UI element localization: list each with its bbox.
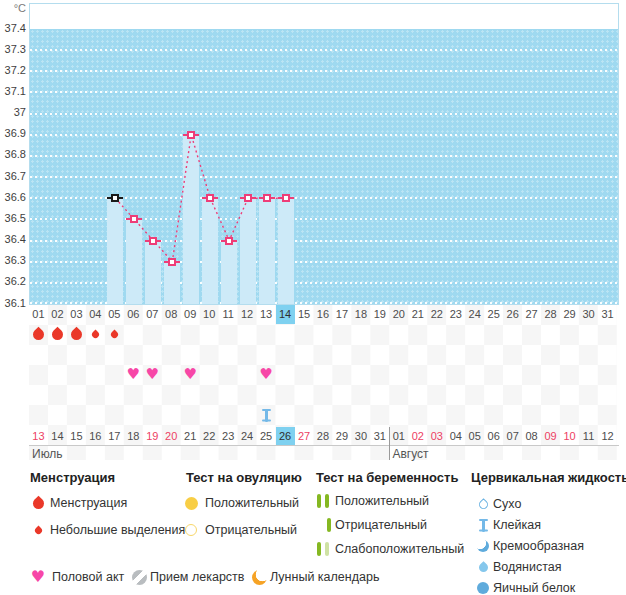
y-axis-tick-label: 36.2 [0,275,26,288]
calendar-date-cell[interactable]: 25 [257,427,276,445]
drop-small-icon [109,329,119,339]
temp-point-marker[interactable] [282,194,290,202]
temp-point-marker[interactable] [263,194,271,202]
eggwhite-icon [477,582,489,594]
cycle-day-cell[interactable]: 19 [370,305,389,324]
cycle-day-cell[interactable]: 16 [314,305,333,324]
test-one-bar-icon [315,518,331,532]
calendar-date-cell[interactable]: 01 [389,427,408,445]
menstruation-day-cell[interactable] [105,324,124,344]
calendar-separator-line [29,445,619,446]
cycle-day-cell[interactable]: 09 [181,305,200,324]
cycle-day-cell[interactable]: 12 [238,305,257,324]
cycle-day-cell[interactable]: 13 [257,305,276,324]
calendar-date-cell[interactable]: 28 [314,427,333,445]
calendar-date-cell[interactable]: 15 [67,427,86,445]
intercourse-day-cell[interactable]: ♥ [257,364,276,384]
calendar-date-cell[interactable]: 26 [276,427,295,445]
cycle-day-cell[interactable]: 17 [332,305,351,324]
calendar-date-cell[interactable]: 02 [408,427,427,445]
calendar-date-cell[interactable]: 23 [219,427,238,445]
menstruation-day-cell[interactable] [48,324,67,344]
temp-point-marker[interactable] [130,215,138,223]
legend-item-icon-cell [27,494,49,512]
cycle-day-cell[interactable]: 29 [560,305,579,324]
intercourse-day-cell[interactable]: ♥ [181,364,200,384]
cycle-day-cell[interactable]: 22 [427,305,446,324]
cycle-day-cell[interactable]: 25 [484,305,503,324]
legend-item-icon-cell [472,579,494,595]
calendar-date-cell[interactable]: 18 [124,427,143,445]
cycle-day-cell[interactable]: 26 [503,305,522,324]
calendar-date-cell[interactable]: 12 [598,427,617,445]
watery-icon [477,561,490,574]
y-axis-tick-label: 37.4 [0,22,26,35]
cycle-day-cell[interactable]: 04 [86,305,105,324]
temp-point-marker[interactable] [187,131,195,139]
cycle-day-cell[interactable]: 10 [200,305,219,324]
drop-small-icon [33,525,43,535]
cycle-day-cell[interactable]: 08 [162,305,181,324]
calendar-date-cell[interactable]: 16 [86,427,105,445]
legend-item-icon-cell [472,558,494,576]
calendar-date-cell[interactable]: 06 [484,427,503,445]
menstruation-day-cell[interactable] [29,324,48,344]
calendar-date-cell[interactable]: 27 [295,427,314,445]
temp-point-marker[interactable] [244,194,252,202]
calendar-date-cell[interactable]: 04 [446,427,465,445]
cycle-day-cell[interactable]: 03 [67,305,86,324]
calendar-date-cell[interactable]: 20 [162,427,181,445]
calendar-date-cell[interactable]: 29 [332,427,351,445]
calendar-date-cell[interactable]: 19 [143,427,162,445]
menstruation-day-cell[interactable] [67,324,86,344]
calendar-date-cell[interactable]: 13 [29,427,48,445]
calendar-date-cell[interactable]: 10 [560,427,579,445]
cycle-day-cell[interactable]: 31 [598,305,617,324]
y-axis-tick-label: 37.1 [0,85,26,98]
temp-point-marker[interactable] [168,258,176,266]
calendar-date-cell[interactable]: 17 [105,427,124,445]
calendar-date-cell[interactable]: 30 [351,427,370,445]
drop-large-icon [69,326,85,342]
cycle-day-cell[interactable]: 20 [389,305,408,324]
cycle-day-cell[interactable]: 24 [465,305,484,324]
cycle-day-cell[interactable]: 23 [446,305,465,324]
cervical-fluid-day-cell[interactable] [257,405,276,425]
test-two-bars-icon [317,494,329,508]
calendar-date-cell[interactable]: 11 [579,427,598,445]
temperature-chart-plot[interactable] [29,3,619,305]
legend-item-icon-cell [180,494,202,512]
cycle-day-cell[interactable]: 30 [579,305,598,324]
cycle-day-cell[interactable]: 14 [276,305,295,324]
calendar-date-cell[interactable]: 09 [541,427,560,445]
calendar-date-cell[interactable]: 08 [522,427,541,445]
cycle-day-cell[interactable]: 05 [105,305,124,324]
cycle-day-cell[interactable]: 07 [143,305,162,324]
temp-point-marker[interactable] [206,194,214,202]
cycle-day-cell[interactable]: 06 [124,305,143,324]
temp-point-marker[interactable] [225,237,233,245]
calendar-date-cell[interactable]: 22 [200,427,219,445]
calendar-date-cell[interactable]: 31 [370,427,389,445]
heart-icon: ♥ [259,367,272,382]
cycle-day-cell[interactable]: 15 [295,305,314,324]
temp-point-marker[interactable] [149,237,157,245]
cycle-day-cell[interactable]: 11 [219,305,238,324]
calendar-date-cell[interactable]: 21 [181,427,200,445]
intercourse-day-cell[interactable]: ♥ [124,364,143,384]
calendar-date-cell[interactable]: 14 [48,427,67,445]
calendar-date-cell[interactable]: 03 [427,427,446,445]
cycle-day-cell[interactable]: 28 [541,305,560,324]
temp-point-marker[interactable] [111,194,119,202]
menstruation-day-cell[interactable] [86,324,105,344]
legend-group-title: Цервикальная жидкость [471,470,626,486]
intercourse-day-cell[interactable]: ♥ [143,364,162,384]
calendar-date-cell[interactable]: 24 [238,427,257,445]
calendar-date-cell[interactable]: 07 [503,427,522,445]
calendar-date-cell[interactable]: 05 [465,427,484,445]
cycle-day-cell[interactable]: 01 [29,305,48,324]
cycle-day-cell[interactable]: 21 [408,305,427,324]
cycle-day-cell[interactable]: 02 [48,305,67,324]
cycle-day-cell[interactable]: 27 [522,305,541,324]
cycle-day-cell[interactable]: 18 [351,305,370,324]
